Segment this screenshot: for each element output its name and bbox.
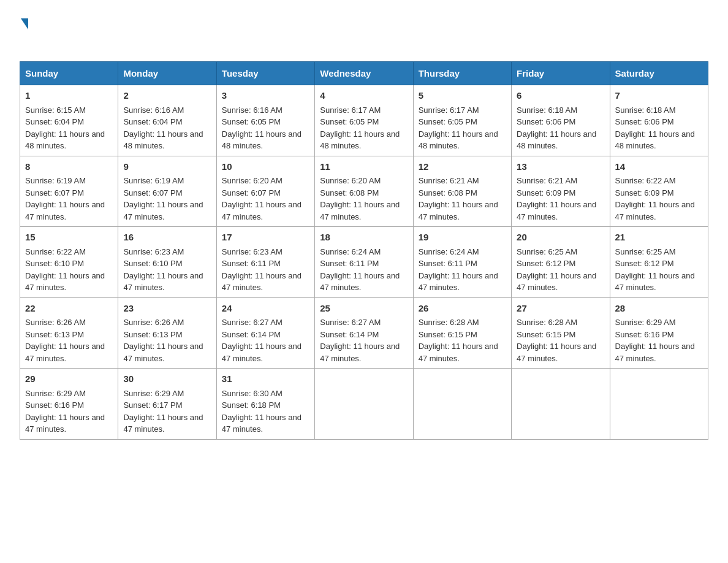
daylight-label: Daylight: 11 hours and 48 minutes. [320, 129, 400, 151]
calendar-cell [315, 369, 413, 440]
calendar-cell: 2Sunrise: 6:16 AMSunset: 6:04 PMDaylight… [118, 85, 216, 156]
sunrise-label: Sunrise: 6:26 AM [123, 318, 184, 327]
sunset-label: Sunset: 6:06 PM [517, 117, 575, 126]
sunset-label: Sunset: 6:09 PM [517, 188, 575, 197]
daylight-label: Daylight: 11 hours and 47 minutes. [615, 342, 695, 363]
daylight-label: Daylight: 11 hours and 47 minutes. [123, 413, 203, 434]
sunset-label: Sunset: 6:16 PM [615, 330, 674, 339]
day-number: 24 [222, 302, 309, 316]
calendar-cell: 13Sunrise: 6:21 AMSunset: 6:09 PMDayligh… [512, 156, 610, 227]
daylight-label: Daylight: 11 hours and 47 minutes. [320, 200, 400, 221]
sunset-label: Sunset: 6:15 PM [419, 330, 477, 339]
sunset-label: Sunset: 6:13 PM [123, 330, 182, 339]
calendar-week-2: 8Sunrise: 6:19 AMSunset: 6:07 PMDaylight… [20, 156, 708, 227]
sunrise-label: Sunrise: 6:25 AM [615, 247, 676, 256]
daylight-label: Daylight: 11 hours and 48 minutes. [123, 129, 203, 151]
day-number: 10 [222, 160, 309, 174]
sunrise-label: Sunrise: 6:20 AM [222, 176, 282, 185]
sunrise-label: Sunrise: 6:28 AM [419, 318, 479, 327]
sunrise-label: Sunrise: 6:25 AM [517, 247, 577, 256]
sunrise-label: Sunrise: 6:24 AM [419, 247, 479, 256]
day-number: 31 [222, 372, 309, 386]
sunset-label: Sunset: 6:12 PM [615, 259, 674, 268]
daylight-label: Daylight: 11 hours and 48 minutes. [517, 129, 596, 151]
daylight-label: Daylight: 11 hours and 47 minutes. [25, 200, 105, 221]
calendar-cell: 28Sunrise: 6:29 AMSunset: 6:16 PMDayligh… [610, 297, 708, 369]
day-number: 21 [615, 231, 703, 245]
daylight-label: Daylight: 11 hours and 47 minutes. [517, 200, 596, 221]
daylight-label: Daylight: 11 hours and 47 minutes. [123, 271, 203, 293]
sunrise-label: Sunrise: 6:26 AM [25, 318, 86, 327]
sunset-label: Sunset: 6:16 PM [25, 400, 84, 410]
logo-arrow-icon [21, 18, 28, 29]
calendar-cell [413, 369, 511, 440]
daylight-label: Daylight: 11 hours and 47 minutes. [222, 342, 301, 363]
header-sunday: Sunday [20, 62, 118, 85]
daylight-label: Daylight: 11 hours and 47 minutes. [25, 271, 105, 293]
sunset-label: Sunset: 6:07 PM [222, 188, 281, 197]
day-number: 1 [25, 89, 113, 103]
sunrise-label: Sunrise: 6:19 AM [123, 176, 184, 185]
sunrise-label: Sunrise: 6:29 AM [123, 389, 184, 398]
calendar-cell: 5Sunrise: 6:17 AMSunset: 6:05 PMDaylight… [413, 85, 511, 156]
day-number: 25 [320, 302, 408, 316]
daylight-label: Daylight: 11 hours and 47 minutes. [517, 271, 596, 293]
sunrise-label: Sunrise: 6:21 AM [419, 176, 479, 185]
header-saturday: Saturday [610, 62, 708, 85]
day-number: 23 [123, 302, 211, 316]
calendar-cell: 10Sunrise: 6:20 AMSunset: 6:07 PMDayligh… [216, 156, 314, 227]
calendar-week-5: 29Sunrise: 6:29 AMSunset: 6:16 PMDayligh… [20, 369, 708, 440]
daylight-label: Daylight: 11 hours and 47 minutes. [615, 271, 695, 293]
day-number: 2 [123, 89, 211, 103]
daylight-label: Daylight: 11 hours and 47 minutes. [25, 413, 105, 434]
calendar-cell: 1Sunrise: 6:15 AMSunset: 6:04 PMDaylight… [20, 85, 118, 156]
day-number: 28 [615, 302, 703, 316]
sunrise-label: Sunrise: 6:18 AM [517, 105, 577, 115]
sunset-label: Sunset: 6:10 PM [25, 259, 84, 268]
calendar-cell: 12Sunrise: 6:21 AMSunset: 6:08 PMDayligh… [413, 156, 511, 227]
sunset-label: Sunset: 6:05 PM [320, 117, 379, 126]
sunset-label: Sunset: 6:11 PM [419, 259, 477, 268]
header-friday: Friday [512, 62, 610, 85]
sunset-label: Sunset: 6:06 PM [615, 117, 674, 126]
calendar-cell: 8Sunrise: 6:19 AMSunset: 6:07 PMDaylight… [20, 156, 118, 227]
daylight-label: Daylight: 11 hours and 47 minutes. [419, 271, 498, 293]
day-number: 4 [320, 89, 408, 103]
calendar-cell: 22Sunrise: 6:26 AMSunset: 6:13 PMDayligh… [20, 297, 118, 369]
logo [20, 15, 28, 49]
sunset-label: Sunset: 6:08 PM [320, 188, 379, 197]
sunrise-label: Sunrise: 6:29 AM [25, 389, 86, 398]
sunrise-label: Sunrise: 6:16 AM [222, 105, 282, 115]
daylight-label: Daylight: 11 hours and 47 minutes. [320, 342, 400, 363]
calendar-cell: 25Sunrise: 6:27 AMSunset: 6:14 PMDayligh… [315, 297, 413, 369]
calendar-cell: 26Sunrise: 6:28 AMSunset: 6:15 PMDayligh… [413, 297, 511, 369]
sunrise-label: Sunrise: 6:15 AM [25, 105, 86, 115]
sunrise-label: Sunrise: 6:16 AM [123, 105, 184, 115]
day-number: 14 [615, 160, 703, 174]
day-number: 8 [25, 160, 113, 174]
day-number: 11 [320, 160, 408, 174]
calendar-cell: 4Sunrise: 6:17 AMSunset: 6:05 PMDaylight… [315, 85, 413, 156]
header-wednesday: Wednesday [315, 62, 413, 85]
day-number: 16 [123, 231, 211, 245]
sunset-label: Sunset: 6:18 PM [222, 400, 281, 410]
day-number: 15 [25, 231, 113, 245]
day-number: 5 [419, 89, 506, 103]
day-number: 9 [123, 160, 211, 174]
sunrise-label: Sunrise: 6:23 AM [123, 247, 184, 256]
daylight-label: Daylight: 11 hours and 48 minutes. [25, 129, 105, 151]
day-number: 27 [517, 302, 604, 316]
sunset-label: Sunset: 6:15 PM [517, 330, 575, 339]
sunrise-label: Sunrise: 6:24 AM [320, 247, 381, 256]
sunrise-label: Sunrise: 6:28 AM [517, 318, 577, 327]
sunset-label: Sunset: 6:08 PM [419, 188, 477, 197]
day-number: 19 [419, 231, 506, 245]
sunset-label: Sunset: 6:14 PM [222, 330, 281, 339]
calendar-cell: 6Sunrise: 6:18 AMSunset: 6:06 PMDaylight… [512, 85, 610, 156]
day-number: 30 [123, 372, 211, 386]
sunrise-label: Sunrise: 6:17 AM [419, 105, 479, 115]
sunrise-label: Sunrise: 6:17 AM [320, 105, 381, 115]
calendar-week-1: 1Sunrise: 6:15 AMSunset: 6:04 PMDaylight… [20, 85, 708, 156]
header-thursday: Thursday [413, 62, 511, 85]
day-number: 3 [222, 89, 309, 103]
